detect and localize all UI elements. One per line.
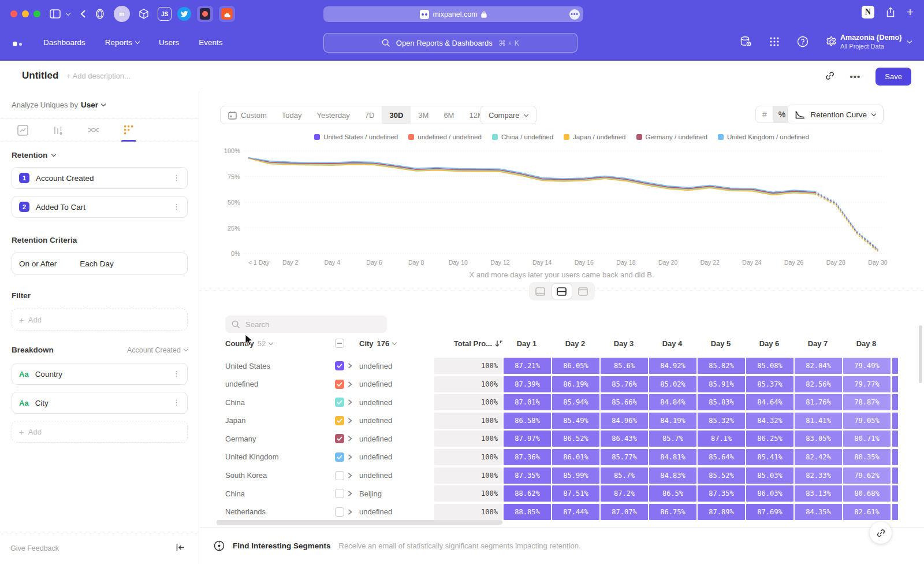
expand-row-icon[interactable] [348, 454, 359, 460]
retention-value-cell[interactable]: 86.19% [552, 376, 599, 392]
retention-value-cell[interactable]: 82.33% [795, 467, 842, 484]
retention-value-cell[interactable]: 84.35% [795, 504, 842, 520]
add-description[interactable]: + Add description... [66, 72, 131, 80]
sidebar-toggle-icon[interactable] [50, 9, 61, 18]
help-icon[interactable] [797, 36, 808, 50]
range-6m[interactable]: 6M [436, 106, 461, 124]
retention-value-cell[interactable]: 87.89% [698, 504, 745, 520]
retention-value-cell[interactable]: 87.35% [698, 485, 745, 502]
extension-bird-icon[interactable] [177, 7, 191, 21]
retention-value-cell[interactable]: 79.62% [843, 467, 891, 484]
expand-row-icon[interactable] [348, 473, 359, 478]
retention-value-cell[interactable]: 85.49% [552, 413, 599, 429]
day-column-header[interactable]: Day 7 [793, 339, 842, 348]
retention-value-cell[interactable]: 87.51% [552, 485, 599, 502]
retention-value-cell[interactable]: 84.92% [649, 358, 696, 374]
retention-value-cell[interactable]: 87.2% [601, 485, 648, 502]
table-search-input[interactable] [245, 320, 372, 329]
retention-value-cell[interactable]: 86.75% [649, 504, 696, 520]
extension-rings-icon[interactable] [92, 6, 108, 22]
data-management-icon[interactable] [740, 36, 752, 50]
expand-row-icon[interactable] [348, 418, 359, 424]
chart-type-selector[interactable]: Retention Curve [787, 105, 884, 124]
expand-row-icon[interactable] [348, 381, 359, 387]
day-column-header[interactable]: Day 3 [599, 339, 648, 348]
range-custom[interactable]: Custom [221, 106, 274, 124]
kebab-menu-icon[interactable]: ⋮ [173, 175, 180, 181]
retention-value-cell[interactable]: 85.76% [601, 376, 648, 392]
add-filter-button[interactable]: +Add [12, 309, 188, 331]
extension-m-icon[interactable]: m [114, 6, 130, 22]
retention-value-cell[interactable]: 87.44% [552, 504, 599, 520]
retention-value-cell[interactable]: 84.83% [649, 467, 696, 484]
chevron-down-icon[interactable] [66, 10, 70, 15]
city-cell[interactable]: undefined [359, 362, 434, 370]
range-today[interactable]: Today [274, 106, 310, 124]
retention-value-cell[interactable]: 86.43% [601, 431, 648, 447]
country-cell[interactable]: China [225, 489, 335, 498]
apps-grid-icon[interactable] [769, 36, 780, 49]
retention-value-cell[interactable]: 87.07% [601, 504, 648, 520]
settings-gear-icon[interactable] [826, 36, 837, 50]
retention-value-cell[interactable]: 85.91% [698, 376, 745, 392]
expand-row-icon[interactable] [348, 436, 359, 441]
criteria-value[interactable]: Each Day [80, 259, 114, 268]
view-chart-only-toggle[interactable] [531, 284, 550, 299]
day-column-header[interactable]: Day 6 [745, 339, 793, 348]
collapse-sidebar-icon[interactable] [176, 544, 185, 553]
retention-value-cell[interactable]: 84.81% [649, 449, 696, 465]
country-cell[interactable]: Netherlands [225, 507, 335, 516]
legend-item[interactable]: United Kingdom / undefined [718, 133, 809, 140]
range-3m[interactable]: 3M [411, 106, 436, 124]
legend-item[interactable]: undefined / undefined [408, 133, 482, 140]
retention-value-cell[interactable]: 84.96% [601, 413, 648, 429]
retention-value-cell[interactable]: 81.41% [795, 413, 842, 429]
retention-value-cell[interactable]: 85.52% [698, 467, 745, 484]
retention-value-cell[interactable]: 85.32% [698, 413, 745, 429]
city-cell[interactable]: undefined [359, 380, 434, 388]
total-column-header[interactable]: Total Pro... [434, 339, 502, 348]
project-selector[interactable]: Amazonia {Demo} All Project Data [840, 34, 911, 50]
kebab-menu-icon[interactable]: ⋮ [173, 400, 180, 406]
retention-value-cell[interactable]: 87.69% [746, 504, 793, 520]
global-search[interactable]: Open Reports & Dashboards ⌘ + K [323, 33, 578, 53]
horizontal-scrollbar[interactable] [217, 520, 502, 525]
day-column-header[interactable]: Day 2 [551, 339, 599, 348]
address-bar[interactable]: mixpanel.com ••• [323, 6, 583, 22]
save-button[interactable]: Save [875, 68, 911, 86]
report-title[interactable]: Untitled [22, 70, 58, 81]
retention-value-cell[interactable]: 80.68% [843, 485, 891, 502]
retention-value-cell[interactable]: 86.25% [746, 431, 793, 447]
retention-value-cell[interactable]: 80.71% [843, 431, 891, 447]
legend-item[interactable]: United States / undefined [314, 133, 398, 140]
retention-value-cell[interactable]: 87.01% [504, 394, 551, 410]
row-checkbox[interactable] [335, 489, 344, 498]
more-options-icon[interactable]: ••• [850, 72, 861, 81]
nav-reports[interactable]: Reports [105, 38, 139, 47]
city-cell[interactable]: undefined [359, 398, 434, 407]
retention-step-2[interactable]: 2 Added To Cart ⋮ [12, 196, 188, 218]
breakdown-country[interactable]: Aa Country ⋮ [12, 363, 188, 385]
extension-js-icon[interactable]: JS [158, 7, 172, 21]
retention-value-cell[interactable]: 86.05% [552, 358, 599, 374]
nav-events[interactable]: Events [199, 38, 222, 47]
country-cell[interactable]: Germany [225, 435, 335, 443]
city-cell[interactable]: undefined [359, 416, 434, 425]
retention-value-cell[interactable]: 79.77% [843, 376, 891, 392]
site-options-icon[interactable]: ••• [569, 9, 580, 20]
row-checkbox[interactable] [335, 416, 344, 425]
city-cell[interactable]: undefined [359, 435, 434, 443]
retention-value-cell[interactable]: 87.36% [504, 449, 551, 465]
retention-value-cell[interactable]: 86.5% [649, 485, 696, 502]
vertical-scrollbar[interactable] [919, 325, 922, 383]
retention-value-cell[interactable]: 85.03% [746, 467, 793, 484]
tab-insights[interactable] [17, 118, 28, 142]
notion-icon[interactable]: N [862, 6, 874, 18]
retention-value-cell[interactable]: 85.6% [601, 358, 648, 374]
retention-value-cell[interactable]: 84.84% [649, 394, 696, 410]
retention-section-header[interactable]: Retention [12, 151, 55, 159]
retention-value-cell[interactable]: 78.87% [843, 394, 891, 410]
retention-value-cell[interactable]: 85.64% [698, 449, 745, 465]
window-controls[interactable] [10, 10, 40, 17]
give-feedback-link[interactable]: Give Feedback [10, 544, 59, 552]
